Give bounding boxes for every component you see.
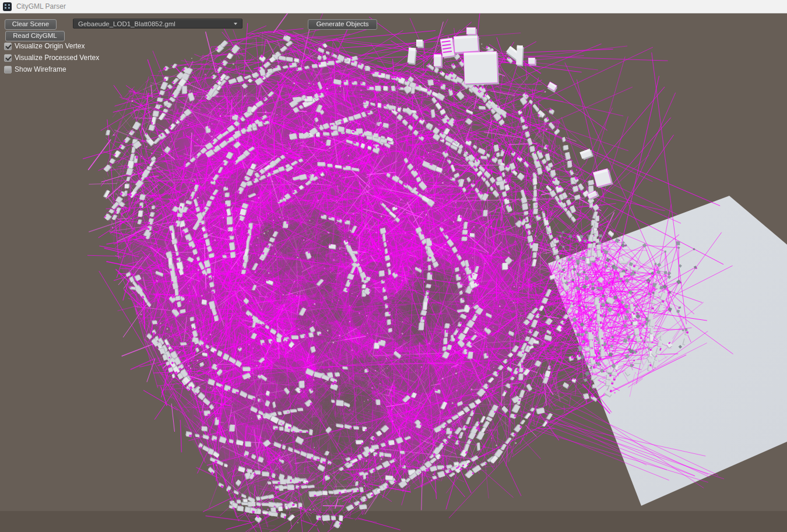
- gml-file-dropdown[interactable]: Gebaeude_LOD1_Blatt0852.gml: [73, 19, 243, 29]
- window-titlebar: CityGML Parser: [0, 0, 787, 13]
- window-title: CityGML Parser: [16, 0, 66, 13]
- visualize-origin-vertex-checkbox[interactable]: [4, 43, 12, 50]
- option-visualize-origin-vertex[interactable]: Visualize Origin Vertex: [4, 42, 85, 50]
- gml-file-dropdown-value: Gebaeude_LOD1_Blatt0852.gml: [78, 20, 175, 27]
- read-citygml-button[interactable]: Read CityGML: [5, 31, 65, 41]
- option-show-wireframe[interactable]: Show Wireframe: [4, 65, 66, 73]
- visualize-processed-vertex-checkbox[interactable]: [4, 54, 12, 62]
- checkbox-label: Visualize Origin Vertex: [15, 42, 85, 50]
- chevron-down-icon: [234, 23, 237, 25]
- checkbox-label: Show Wireframe: [15, 65, 66, 73]
- clear-scene-button[interactable]: Clear Scene: [5, 19, 57, 30]
- generate-objects-button[interactable]: Generate Objects: [308, 19, 377, 30]
- option-visualize-processed-vertex[interactable]: Visualize Processed Vertex: [4, 54, 99, 62]
- scene-viewport[interactable]: [0, 13, 787, 532]
- show-wireframe-checkbox[interactable]: [4, 66, 12, 73]
- checkbox-label: Visualize Processed Vertex: [15, 54, 99, 62]
- app-grid-icon: [3, 2, 12, 11]
